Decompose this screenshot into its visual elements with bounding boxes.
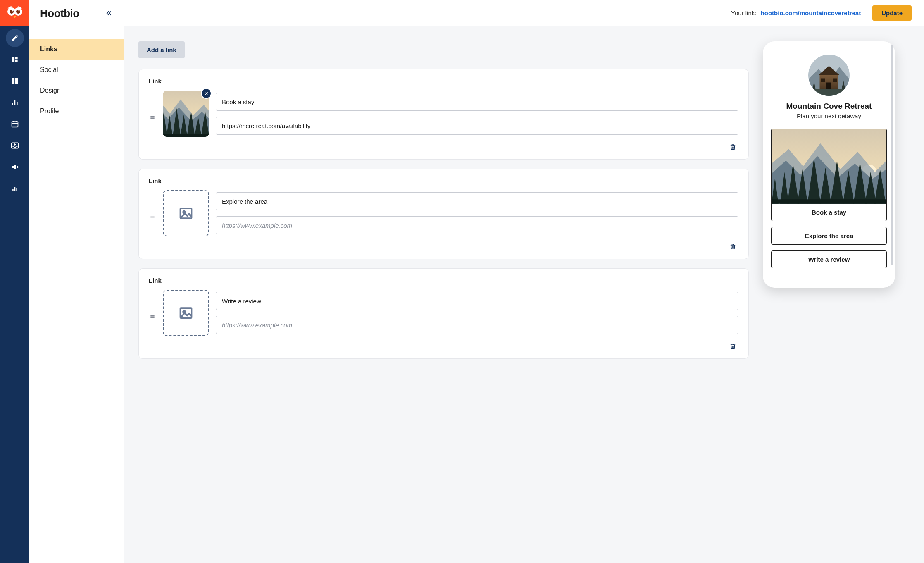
trash-icon — [729, 343, 736, 350]
editor-panel: Add a link Link — [124, 26, 763, 563]
delete-link-button[interactable] — [727, 340, 738, 352]
preview-scrollbar[interactable] — [891, 45, 893, 284]
link-card: Link — [138, 268, 749, 359]
topbar: Your link: hootbio.com/mountaincoveretre… — [124, 0, 924, 26]
svg-point-13 — [12, 10, 13, 11]
owl-icon — [6, 4, 24, 22]
collapse-sidebar-button[interactable] — [103, 7, 115, 19]
update-button[interactable]: Update — [872, 5, 912, 21]
add-link-button[interactable]: Add a link — [138, 41, 185, 58]
link-thumbnail[interactable] — [163, 91, 209, 137]
link-thumbnail-placeholder[interactable] — [163, 290, 209, 336]
rail-compose[interactable] — [6, 29, 24, 47]
svg-point-11 — [10, 10, 14, 14]
rail-chart[interactable] — [6, 179, 24, 198]
preview-link-label: Explore the area — [772, 227, 886, 244]
preview-pane: Mountain Cove Retreat Plan your next get… — [763, 26, 924, 563]
sidebar-item-design[interactable]: Design — [29, 80, 124, 101]
trash-icon — [729, 143, 736, 150]
preview-link-item[interactable]: Book a stay — [771, 129, 887, 221]
remove-thumbnail-button[interactable] — [201, 88, 212, 99]
link-card: Link — [138, 169, 749, 259]
preview-link-label: Book a stay — [772, 204, 886, 221]
link-url-input[interactable] — [216, 316, 738, 334]
link-title-input[interactable] — [216, 292, 738, 310]
link-title-input[interactable] — [216, 93, 738, 111]
image-placeholder-icon — [179, 206, 193, 221]
rail-megaphone[interactable] — [6, 158, 24, 176]
rail-inbox[interactable] — [6, 136, 24, 155]
nav-rail — [0, 0, 29, 563]
rail-style[interactable] — [6, 50, 24, 69]
sidebar-item-links[interactable]: Links — [29, 39, 124, 60]
your-link-url[interactable]: hootbio.com/mountaincoveretreat — [761, 10, 861, 17]
rail-calendar[interactable] — [6, 115, 24, 133]
image-placeholder-icon — [179, 305, 193, 320]
preview-link-item[interactable]: Explore the area — [771, 227, 887, 245]
your-link-label: Your link: — [731, 10, 756, 17]
link-heading: Link — [149, 177, 738, 184]
preview-device: Mountain Cove Retreat Plan your next get… — [763, 41, 895, 288]
your-link-text: Your link: hootbio.com/mountaincoveretre… — [731, 10, 861, 17]
preview-name: Mountain Cove Retreat — [770, 102, 888, 111]
chevron-double-left-icon — [105, 10, 113, 17]
trash-icon — [729, 243, 736, 250]
rail-grid[interactable] — [6, 72, 24, 90]
svg-rect-15 — [12, 122, 18, 127]
drag-handle-icon[interactable] — [149, 214, 156, 220]
link-heading: Link — [149, 78, 738, 85]
brand-logo — [0, 0, 29, 26]
rail-analytics[interactable] — [6, 93, 24, 112]
sidebar: Hootbio Links Social Design Profile — [29, 0, 124, 563]
preview-avatar — [808, 55, 850, 96]
link-card: Link — [138, 69, 749, 160]
link-url-input[interactable] — [216, 117, 738, 135]
close-icon — [204, 91, 209, 96]
link-title-input[interactable] — [216, 192, 738, 210]
preview-tagline: Plan your next getaway — [770, 112, 888, 119]
preview-link-label: Write a review — [772, 251, 886, 268]
delete-link-button[interactable] — [727, 141, 738, 153]
drag-handle-icon[interactable] — [149, 115, 156, 120]
link-thumbnail-placeholder[interactable] — [163, 190, 209, 236]
sidebar-title: Hootbio — [40, 7, 79, 20]
sidebar-nav: Links Social Design Profile — [29, 26, 124, 122]
link-heading: Link — [149, 277, 738, 284]
delete-link-button[interactable] — [727, 241, 738, 252]
svg-point-14 — [18, 10, 19, 11]
sidebar-item-social[interactable]: Social — [29, 60, 124, 80]
svg-point-12 — [16, 10, 20, 14]
drag-handle-icon[interactable] — [149, 314, 156, 320]
preview-link-item[interactable]: Write a review — [771, 250, 887, 268]
sidebar-item-profile[interactable]: Profile — [29, 101, 124, 122]
link-url-input[interactable] — [216, 216, 738, 234]
